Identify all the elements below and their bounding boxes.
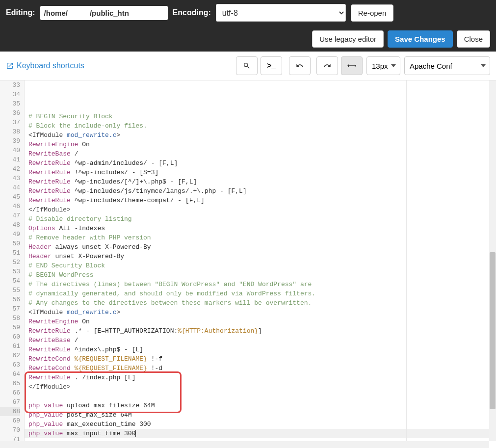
code-line[interactable]: RewriteCond %{REQUEST_FILENAME} !-f bbox=[28, 354, 496, 364]
code-line[interactable]: RewriteRule ^wp-admin/includes/ - [F,L] bbox=[28, 158, 496, 168]
search-button[interactable] bbox=[236, 56, 258, 75]
code-line[interactable]: RewriteEngine On bbox=[28, 140, 496, 149]
keyboard-shortcuts-label: Keyboard shortcuts bbox=[17, 61, 84, 70]
code-line[interactable]: <IfModule mod_rewrite.c> bbox=[28, 131, 496, 140]
horizontal-scrollbar[interactable] bbox=[0, 441, 489, 448]
code-line[interactable]: # dynamically generated, and should only… bbox=[28, 289, 496, 298]
reopen-button[interactable]: Re-open bbox=[351, 4, 394, 22]
editor-toolbar: Keyboard shortcuts >_ 13px Apache Conf bbox=[0, 52, 496, 80]
font-size-select[interactable]: 13px bbox=[366, 56, 400, 75]
encoding-label: Encoding: bbox=[173, 8, 211, 17]
encoding-select[interactable]: utf-8 bbox=[216, 4, 346, 22]
code-content[interactable]: # BEGIN Security Block# Block the includ… bbox=[25, 80, 496, 448]
undo-button[interactable] bbox=[289, 56, 311, 75]
code-line[interactable]: Options All -Indexes bbox=[28, 224, 496, 233]
close-button[interactable]: Close bbox=[457, 30, 490, 48]
code-line[interactable]: RewriteBase / bbox=[28, 149, 496, 158]
wrap-toggle-button[interactable] bbox=[341, 56, 363, 75]
file-path-input[interactable] bbox=[40, 6, 168, 20]
code-line[interactable]: RewriteRule ^wp-includes/js/tinymce/lang… bbox=[28, 186, 496, 196]
search-icon bbox=[243, 62, 251, 70]
external-link-icon bbox=[6, 62, 14, 70]
code-line[interactable]: RewriteRule !^wp-includes/ - [S=3] bbox=[28, 168, 496, 177]
code-line[interactable]: Header always unset X-Powered-By bbox=[28, 242, 496, 252]
code-line[interactable]: RewriteRule ^wp-includes/[^/]+\.php$ - [… bbox=[28, 177, 496, 186]
code-line[interactable]: # END Security Block bbox=[28, 261, 496, 270]
print-margin bbox=[406, 80, 407, 448]
code-line[interactable]: php_value max_input_time 300 bbox=[25, 429, 496, 438]
code-line[interactable]: RewriteRule . /index.php [L] bbox=[28, 373, 496, 382]
code-line[interactable]: <IfModule mod_rewrite.c> bbox=[28, 308, 496, 317]
code-line[interactable]: php_value post_max_size 64M bbox=[28, 410, 496, 420]
code-line[interactable]: RewriteEngine On bbox=[28, 317, 496, 326]
code-line[interactable]: </IfModule> bbox=[28, 205, 496, 214]
undo-icon bbox=[296, 62, 304, 70]
line-number-gutter: 3334353637383940414243444546474849505152… bbox=[0, 80, 25, 448]
code-line[interactable]: RewriteCond %{REQUEST_FILENAME} !-d bbox=[28, 364, 496, 373]
code-editor[interactable]: 3334353637383940414243444546474849505152… bbox=[0, 80, 496, 448]
code-line[interactable]: </IfModule> bbox=[28, 382, 496, 392]
editing-label: Editing: bbox=[6, 8, 35, 17]
wrap-icon bbox=[347, 62, 356, 69]
code-line[interactable]: RewriteBase / bbox=[28, 336, 496, 345]
save-button[interactable]: Save Changes bbox=[388, 30, 453, 48]
syntax-language-select[interactable]: Apache Conf bbox=[404, 56, 490, 75]
code-line[interactable]: RewriteRule .* - [E=HTTP_AUTHORIZATION:%… bbox=[28, 326, 496, 336]
code-line[interactable]: # BEGIN Security Block bbox=[28, 112, 496, 121]
terminal-button[interactable]: >_ bbox=[261, 56, 282, 75]
vertical-scrollbar[interactable] bbox=[489, 80, 496, 441]
code-line[interactable] bbox=[28, 392, 496, 401]
legacy-editor-button[interactable]: Use legacy editor bbox=[312, 30, 384, 48]
code-line[interactable]: # The directives (lines) between "BEGIN … bbox=[28, 280, 496, 289]
code-line[interactable]: # Disable directory listing bbox=[28, 214, 496, 224]
code-line[interactable]: # Block the include-only files. bbox=[28, 121, 496, 131]
code-line[interactable]: php_value upload_max_filesize 64M bbox=[28, 401, 496, 410]
scrollbar-thumb[interactable] bbox=[490, 252, 496, 409]
code-line[interactable]: Header unset X-Powered-By bbox=[28, 252, 496, 261]
code-line[interactable]: RewriteRule ^wp-includes/theme-compat/ -… bbox=[28, 196, 496, 205]
code-line[interactable] bbox=[28, 103, 496, 112]
code-line[interactable]: php_value max_execution_time 300 bbox=[28, 420, 496, 429]
code-line[interactable]: # Any changes to the directives between … bbox=[28, 298, 496, 308]
code-line[interactable]: RewriteRule ^index\.php$ - [L] bbox=[28, 345, 496, 354]
code-line[interactable]: # BEGIN WordPress bbox=[28, 270, 496, 280]
redo-icon bbox=[323, 62, 331, 70]
code-line[interactable]: # Remove header with PHP version bbox=[28, 233, 496, 242]
keyboard-shortcuts-link[interactable]: Keyboard shortcuts bbox=[6, 61, 84, 70]
redo-button[interactable] bbox=[316, 56, 338, 75]
editor-header: Editing: Encoding: utf-8 Re-open Use leg… bbox=[0, 0, 496, 52]
terminal-icon: >_ bbox=[267, 61, 276, 70]
